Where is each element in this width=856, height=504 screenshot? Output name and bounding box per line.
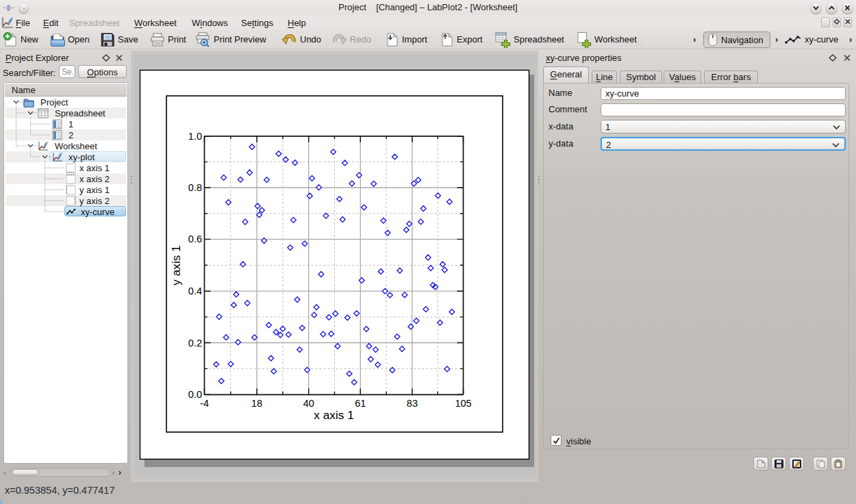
svg-text:105: 105	[455, 398, 471, 409]
svg-text:0.8: 0.8	[188, 182, 202, 193]
svg-text:61: 61	[355, 398, 366, 409]
svg-text:0.4: 0.4	[188, 286, 202, 297]
svg-text:x axis 1: x axis 1	[314, 408, 354, 422]
svg-text:0.6: 0.6	[188, 234, 202, 244]
svg-text:y axis 1: y axis 1	[169, 245, 183, 286]
svg-text:0.2: 0.2	[188, 338, 202, 349]
svg-text:0.0: 0.0	[188, 389, 202, 400]
svg-text:83: 83	[407, 398, 418, 409]
svg-text:40: 40	[303, 398, 314, 409]
svg-text:1.0: 1.0	[188, 131, 202, 142]
svg-text:18: 18	[251, 398, 262, 409]
